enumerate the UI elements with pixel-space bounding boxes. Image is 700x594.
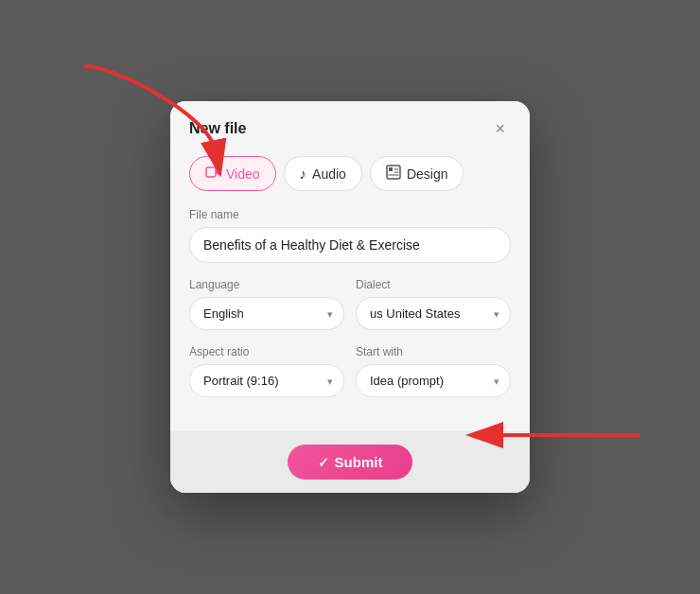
aspect-ratio-label: Aspect ratio — [189, 345, 344, 358]
tab-audio-label: Audio — [312, 166, 346, 182]
start-with-group: Start with Idea (prompt) Script Template… — [356, 345, 511, 397]
dialect-group: Dialect us United States uk United Kingd… — [356, 278, 511, 330]
start-with-label: Start with — [356, 345, 511, 358]
submit-check-icon: ✓ — [318, 455, 329, 470]
language-group: Language English Spanish French ▾ — [189, 278, 344, 330]
svg-rect-2 — [206, 167, 216, 177]
dialect-select-wrapper: us United States uk United Kingdom au Au… — [356, 297, 511, 330]
aspect-ratio-select-wrapper: Portrait (9:16) Landscape (16:9) Square … — [189, 364, 344, 397]
language-dialect-row: Language English Spanish French ▾ Dialec… — [189, 278, 511, 330]
aspect-start-row: Aspect ratio Portrait (9:16) Landscape (… — [189, 345, 511, 397]
language-label: Language — [189, 278, 344, 291]
file-name-group: File name — [189, 208, 511, 278]
submit-button[interactable]: ✓ Submit — [288, 445, 413, 480]
type-tabs: Video ♪ Audio Design — [189, 156, 511, 191]
video-icon — [205, 165, 220, 183]
dialog-footer: ✓ Submit — [170, 431, 530, 493]
tab-video[interactable]: Video — [189, 156, 276, 191]
file-name-input[interactable] — [189, 227, 511, 263]
aspect-ratio-group: Aspect ratio Portrait (9:16) Landscape (… — [189, 345, 344, 397]
dialect-label: Dialect — [356, 278, 511, 291]
dialog-title: New file — [189, 120, 246, 137]
language-select[interactable]: English Spanish French — [189, 297, 344, 330]
dialog-header: New file × — [170, 101, 530, 152]
dialect-select[interactable]: us United States uk United Kingdom au Au… — [356, 297, 511, 330]
tab-audio[interactable]: ♪ Audio — [284, 156, 362, 191]
tab-video-label: Video — [226, 166, 260, 182]
dialog-body: Video ♪ Audio Design File name — [170, 152, 530, 431]
close-button[interactable]: × — [489, 118, 511, 139]
file-name-label: File name — [189, 208, 511, 221]
svg-rect-4 — [389, 167, 393, 171]
new-file-dialog: New file × Video ♪ Audio — [170, 101, 530, 493]
audio-icon: ♪ — [300, 166, 307, 182]
tab-design[interactable]: Design — [370, 156, 464, 191]
tab-design-label: Design — [407, 166, 448, 182]
start-with-select[interactable]: Idea (prompt) Script Template — [356, 364, 511, 397]
submit-label: Submit — [335, 454, 383, 470]
start-with-select-wrapper: Idea (prompt) Script Template ▾ — [356, 364, 511, 397]
language-select-wrapper: English Spanish French ▾ — [189, 297, 344, 330]
design-icon — [386, 165, 401, 183]
aspect-ratio-select[interactable]: Portrait (9:16) Landscape (16:9) Square … — [189, 364, 344, 397]
